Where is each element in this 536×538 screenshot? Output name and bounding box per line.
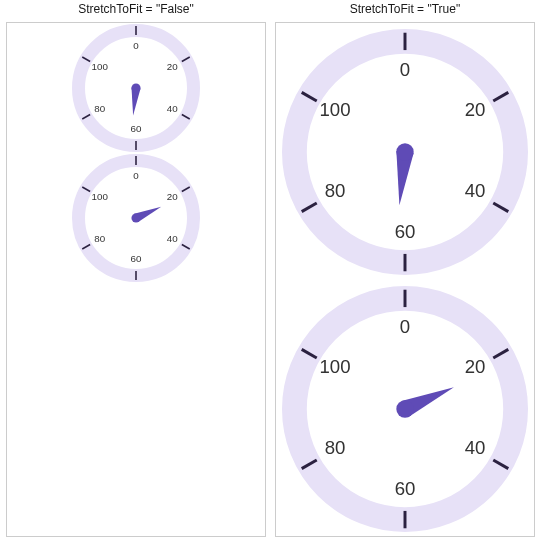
header-right-value: "True"	[427, 2, 460, 16]
gauge-tick-label: 60	[395, 220, 416, 241]
gauge-tick-label: 20	[167, 61, 178, 72]
gauge-tick-label: 20	[167, 191, 178, 202]
gauge-slot-right-1: 020406080100	[276, 280, 534, 537]
gauge-tick-label: 40	[465, 180, 486, 201]
gauge-tick-label: 80	[325, 180, 346, 201]
gauge-tick-label: 40	[465, 437, 486, 458]
header-right: StretchToFit = "True"	[275, 2, 535, 20]
gauge-tick-label: 100	[319, 99, 350, 120]
gauge-slot-left-0: 020406080100	[7, 23, 265, 153]
gauge-tick-label: 0	[133, 40, 139, 51]
header-left-value: "False"	[156, 2, 194, 16]
gauge-tick-label: 20	[465, 356, 486, 377]
gauge-slot-left-1: 020406080100	[7, 153, 265, 283]
gauge-slot-right-0: 020406080100	[276, 23, 534, 280]
gauge-tick-label: 40	[167, 233, 178, 244]
gauge-tick-label: 80	[325, 437, 346, 458]
gauge-tick-label: 60	[131, 123, 142, 134]
gauge-tick-label: 40	[167, 103, 178, 114]
gauge-tick-label: 0	[400, 59, 410, 80]
gauge-icon: 020406080100	[281, 28, 529, 276]
gauge-tick-label: 60	[131, 253, 142, 264]
gauge-tick-label: 60	[395, 477, 416, 498]
gauge-hub	[396, 400, 413, 417]
figure-root: StretchToFit = "False" StretchToFit = "T…	[0, 0, 536, 538]
gauge-hub	[131, 213, 140, 222]
gauge-tick-label: 100	[92, 191, 109, 202]
gauge-tick-label: 0	[133, 170, 139, 181]
header-left-prefix: StretchToFit =	[78, 2, 156, 16]
header-right-prefix: StretchToFit =	[350, 2, 428, 16]
gauge-tick-label: 100	[92, 61, 109, 72]
gauge-tick-label: 100	[319, 356, 350, 377]
gauge-hub	[131, 83, 140, 92]
panel-stretch-false: 020406080100 020406080100	[6, 22, 266, 537]
gauge-tick-label: 80	[94, 103, 105, 114]
gauge-icon: 020406080100	[71, 153, 201, 283]
gauge-tick-label: 80	[94, 233, 105, 244]
gauge-hub	[396, 143, 413, 160]
gauge-icon: 020406080100	[71, 23, 201, 153]
gauge-tick-label: 0	[400, 316, 410, 337]
gauge-tick-label: 20	[465, 99, 486, 120]
panel-stretch-true: 020406080100 020406080100	[275, 22, 535, 537]
header-left: StretchToFit = "False"	[6, 2, 266, 20]
gauge-icon: 020406080100	[281, 285, 529, 533]
